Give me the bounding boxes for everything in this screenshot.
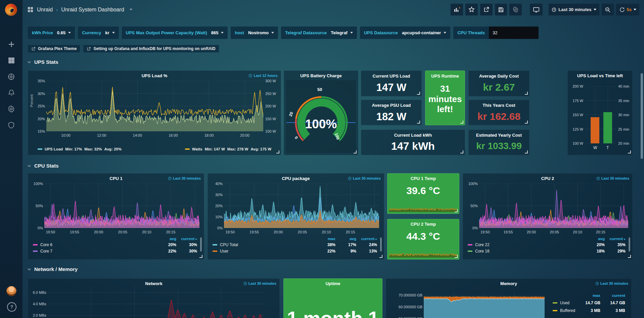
stat-value: 39.6 °C — [387, 185, 459, 196]
legend-series[interactable]: Core 7 — [33, 249, 155, 254]
panel-time-override[interactable]: Last 30 minutes — [348, 176, 381, 180]
grafana-logo[interactable] — [5, 4, 17, 16]
variable-host[interactable]: host Nostromo — [231, 27, 278, 39]
panel-this-years-cost: This Years Cost kr 162.68 — [468, 100, 530, 125]
cpu1-chart[interactable] — [44, 184, 199, 228]
link-ups-monitoring-guide[interactable]: Setting up Grafana and InfluxDB for UPS … — [83, 45, 219, 52]
legend-entry-ups-load[interactable]: UPS Load Min: 17% Max: 32% Avg: 20% — [38, 147, 122, 151]
legend-scrollbar[interactable] — [380, 237, 382, 252]
variable-cpu-threads: CPU Threads — [453, 27, 539, 39]
cycle-view-monitor-icon[interactable] — [530, 4, 543, 15]
legend-series[interactable]: Core 16 — [468, 249, 584, 254]
section-ups-stats[interactable]: UPS Stats — [27, 59, 58, 65]
bar-watts[interactable] — [591, 117, 599, 143]
panel-time-override[interactable]: Last 30 minutes — [595, 281, 628, 285]
chevron-down-icon[interactable] — [130, 9, 132, 10]
panel-time-override[interactable]: Last 30 minutes — [596, 176, 629, 180]
axis-tick: 100 W — [265, 129, 276, 133]
variable-kwh-price[interactable]: kWh Price 0.65 — [28, 27, 75, 39]
stat-title[interactable]: Estimated Yearly Cost — [469, 133, 529, 138]
share-button[interactable] — [480, 4, 493, 15]
dashboard-title[interactable]: Unraid System Dashboard — [61, 7, 124, 13]
stat-title[interactable]: Average Daily Cost — [469, 74, 529, 79]
panel-cpu-package: CPU package Last 30 minutes 40%30%20%10%… — [208, 173, 384, 260]
x-axis: 19:5019:5520:0020:0520:1020:15 — [479, 230, 628, 235]
user-avatar[interactable] — [6, 286, 16, 296]
cpu2-chart[interactable] — [479, 184, 628, 228]
network-chart[interactable] — [48, 287, 265, 318]
panel-network: Network Last 30 minutes 6.0 MBs4.0 MBs2.… — [28, 278, 280, 318]
panel-title[interactable]: Network — [42, 281, 266, 286]
apps-grid-icon[interactable] — [27, 6, 34, 13]
panel-title[interactable]: CPU 2 Temp — [401, 222, 446, 227]
bar-time-left[interactable] — [603, 112, 612, 144]
shield-icon[interactable] — [0, 118, 22, 132]
chevron-down-icon — [27, 267, 31, 271]
axis-tick: 2.0 MBs — [33, 313, 46, 317]
time-range-picker[interactable]: Last 30 minutes — [549, 4, 599, 15]
help-icon[interactable]: ? — [7, 302, 16, 312]
panel-title[interactable]: CPU 1 Temp — [401, 176, 446, 181]
legend-series[interactable]: Used — [553, 301, 576, 305]
panel-title[interactable]: UPS Battery Charge — [287, 73, 355, 78]
add-icon[interactable] — [0, 38, 22, 51]
axis-tick: 19:55 — [249, 230, 259, 234]
variable-currency[interactable]: Currency kr — [78, 27, 119, 39]
panel-time-override[interactable]: Last 30 minutes — [243, 281, 276, 285]
panel-time-override[interactable]: Last 12 hours — [248, 74, 278, 78]
breadcrumb-root[interactable]: Unraid — [37, 7, 53, 13]
axis-tick: 19:50 — [46, 230, 55, 234]
stat-value: 182 W — [361, 111, 421, 123]
ups-load-chart[interactable] — [46, 81, 263, 131]
refresh-button[interactable]: 5s — [616, 4, 639, 15]
section-network-memory[interactable]: Network / Memory — [27, 266, 78, 272]
stat-title[interactable]: UPS Runtime — [425, 74, 465, 79]
section-cpu-stats[interactable]: CPU Stats — [27, 163, 59, 169]
panel-current-load-kwh: Current Load kWh 147 kWh — [361, 130, 465, 155]
variable-ups-datasource[interactable]: UPS Datasource apcupsd-container — [360, 27, 450, 39]
axis-tick: 18:00 — [204, 133, 214, 137]
stat-title[interactable]: Average PSU Load — [361, 103, 421, 108]
legend-entry-watts[interactable]: Watts Min: 147 W Max: 278 W Avg: 175 W — [185, 147, 271, 151]
axis-tick: 15% — [38, 129, 45, 133]
legend-table: max avg current CPU Total 38% 17% 24% Us… — [213, 237, 377, 254]
cpu-package-chart[interactable] — [224, 184, 379, 228]
cpu-threads-input[interactable] — [489, 27, 539, 39]
dashboard-settings-button[interactable] — [509, 4, 522, 15]
alerting-bell-icon[interactable] — [0, 86, 22, 99]
memory-chart[interactable] — [424, 292, 545, 318]
add-panel-button[interactable] — [451, 4, 463, 15]
axis-tick: 100 W — [572, 141, 583, 145]
stat-value: 147 W — [361, 82, 421, 94]
star-button[interactable] — [465, 4, 478, 15]
panel-title[interactable]: Uptime — [297, 281, 369, 286]
variable-ups-max-output[interactable]: UPS Max Output Power Capacity (Watt) 865 — [122, 27, 228, 39]
variable-telegraf-datasource[interactable]: Telegraf Datasource Telegraf — [281, 27, 357, 39]
panel-title[interactable]: UPS Load vs Time left — [570, 73, 630, 78]
link-grafana-plex-theme[interactable]: Grafana Plex Theme — [28, 45, 80, 52]
bars-plot[interactable] — [585, 86, 616, 143]
zoom-out-button[interactable] — [602, 4, 614, 15]
legend-series[interactable]: Core 6 — [33, 242, 155, 247]
legend-scrollbar[interactable] — [629, 237, 630, 252]
panel-title[interactable]: UPS Load % — [42, 73, 267, 78]
legend-scrollbar[interactable] — [200, 237, 202, 252]
stat-title[interactable]: Current UPS Load — [361, 74, 421, 79]
explore-icon[interactable] — [0, 70, 22, 83]
panel-time-override[interactable]: Last 30 minutes — [168, 176, 201, 180]
dashboards-icon[interactable] — [0, 54, 22, 67]
legend-series[interactable]: Buffered — [553, 308, 576, 313]
configuration-gear-icon[interactable] — [0, 102, 22, 116]
page-scrollbar[interactable] — [641, 73, 643, 159]
axis-tick: 0% — [472, 226, 478, 230]
panel-title[interactable]: Memory — [400, 281, 618, 286]
stat-title[interactable]: Current Load kWh — [361, 133, 465, 138]
stat-title[interactable]: This Years Cost — [469, 103, 529, 108]
axis-tick: 300 W — [265, 79, 276, 83]
save-button[interactable] — [495, 4, 507, 15]
x-axis: 19:5019:5520:0020:0520:1020:15 — [44, 230, 199, 235]
legend-series[interactable]: Core 22 — [468, 242, 584, 247]
legend-series[interactable]: User — [213, 249, 315, 254]
legend-series[interactable]: CPU Total — [213, 242, 315, 247]
legend-table: max current Used 14.7 GB 14.7 GB Buffere… — [553, 293, 625, 313]
